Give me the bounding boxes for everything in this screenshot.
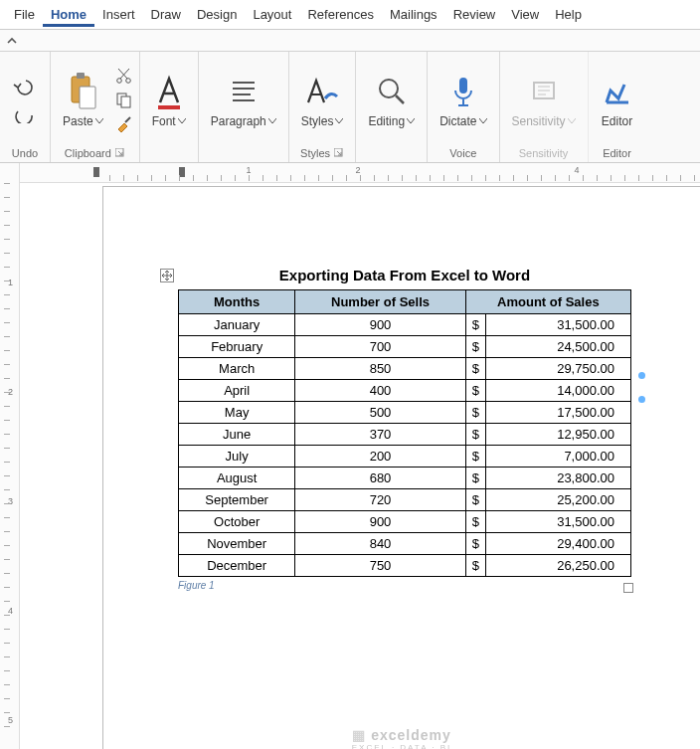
svg-point-3	[116, 79, 121, 84]
horizontal-ruler[interactable]: 124	[20, 163, 700, 183]
group-styles: Styles Styles	[289, 52, 357, 162]
vertical-ruler[interactable]: 12345	[0, 163, 20, 749]
table-row: February700$24,500.00	[179, 336, 631, 358]
menu-design[interactable]: Design	[189, 3, 245, 26]
ribbon: Undo Paste Clipboard Font	[0, 52, 700, 163]
chevron-down-icon	[268, 118, 276, 124]
cell-sells: 500	[295, 402, 465, 424]
cell-amount: 29,750.00	[485, 358, 630, 380]
svg-rect-8	[158, 105, 180, 109]
cell-month: March	[179, 358, 295, 380]
svg-rect-6	[121, 96, 130, 107]
paragraph-icon	[227, 73, 261, 112]
cell-sells: 680	[295, 468, 465, 489]
menu-review[interactable]: Review	[445, 3, 504, 26]
table-row: January900$31,500.00	[179, 314, 631, 336]
ribbon-collapse-bar[interactable]	[0, 30, 700, 52]
selection-handle[interactable]	[638, 396, 645, 403]
table-row: May500$17,500.00	[179, 402, 631, 424]
styles-icon	[303, 73, 341, 112]
editor-icon	[601, 73, 634, 112]
menu-layout[interactable]: Layout	[245, 3, 299, 26]
styles-button[interactable]: Styles	[295, 71, 350, 130]
copy-button[interactable]	[115, 92, 133, 109]
data-table: MonthsNumber of SellsAmount of Sales Jan…	[178, 289, 631, 577]
group-label-clipboard: Clipboard	[65, 147, 111, 159]
table-row: December750$26,250.00	[179, 555, 631, 577]
paste-button[interactable]: Paste	[57, 71, 109, 130]
menu-home[interactable]: Home	[43, 3, 94, 27]
menu-references[interactable]: References	[299, 3, 381, 26]
undo-button[interactable]	[6, 76, 44, 97]
group-label-editor: Editor	[603, 145, 631, 161]
chevron-down-icon	[178, 118, 186, 124]
move-handle-icon[interactable]	[160, 269, 174, 282]
group-paragraph: Paragraph	[199, 52, 289, 162]
clipboard-icon	[68, 73, 97, 112]
figure-caption: Figure 1	[178, 580, 631, 591]
cell-amount: 25,200.00	[485, 489, 630, 511]
table-row: August680$23,800.00	[179, 468, 631, 489]
table-row: November840$29,400.00	[179, 533, 631, 555]
embedded-object[interactable]: Exporting Data From Excel to Word Months…	[178, 267, 631, 591]
cell-currency: $	[465, 446, 485, 468]
chevron-down-icon	[95, 118, 103, 124]
cell-month: November	[179, 533, 295, 555]
menu-mailings[interactable]: Mailings	[382, 3, 445, 26]
group-sensitivity: Sensitivity Sensitivity	[500, 52, 589, 162]
table-row: June370$12,950.00	[179, 424, 631, 446]
font-icon	[152, 73, 186, 112]
cell-month: April	[179, 380, 295, 402]
group-font: Font	[140, 52, 199, 162]
cell-currency: $	[465, 511, 485, 533]
cell-month: December	[179, 555, 295, 577]
dialog-launcher-icon[interactable]	[334, 148, 344, 158]
search-icon	[375, 73, 409, 112]
menu-draw[interactable]: Draw	[143, 3, 189, 26]
menu-file[interactable]: File	[6, 3, 43, 26]
sensitivity-button: Sensitivity	[506, 71, 582, 130]
menu-bar: FileHomeInsertDrawDesignLayoutReferences…	[0, 0, 700, 30]
dialog-launcher-icon[interactable]	[115, 148, 125, 158]
cell-month: September	[179, 489, 295, 511]
cell-amount: 7,000.00	[485, 446, 630, 468]
table-row: October900$31,500.00	[179, 511, 631, 533]
cell-amount: 31,500.00	[485, 314, 630, 336]
resize-handle[interactable]	[623, 583, 633, 593]
group-label-sensitivity: Sensitivity	[519, 145, 569, 161]
menu-view[interactable]: View	[503, 3, 547, 26]
table-row: September720$25,200.00	[179, 489, 631, 511]
cell-currency: $	[465, 314, 485, 336]
table-row: March850$29,750.00	[179, 358, 631, 380]
cell-amount: 12,950.00	[485, 424, 630, 446]
cell-amount: 14,000.00	[485, 380, 630, 402]
cell-currency: $	[465, 468, 485, 489]
cell-sells: 370	[295, 424, 465, 446]
editor-button[interactable]: Editor	[595, 71, 640, 130]
cell-amount: 17,500.00	[485, 402, 630, 424]
column-header: Amount of Sales	[465, 290, 630, 314]
chevron-down-icon	[335, 118, 343, 124]
selection-handle[interactable]	[638, 372, 645, 379]
group-voice: Dictate Voice	[428, 52, 499, 162]
page[interactable]: Exporting Data From Excel to Word Months…	[103, 187, 700, 749]
format-painter-button[interactable]	[115, 115, 133, 133]
cut-button[interactable]	[115, 68, 133, 86]
cell-amount: 26,250.00	[485, 555, 630, 577]
cell-sells: 200	[295, 446, 465, 468]
paragraph-button[interactable]: Paragraph	[205, 71, 282, 130]
cell-currency: $	[465, 358, 485, 380]
cell-sells: 850	[295, 358, 465, 380]
cell-amount: 23,800.00	[485, 468, 630, 489]
menu-help[interactable]: Help	[547, 3, 590, 26]
menu-insert[interactable]: Insert	[94, 3, 143, 26]
cell-month: January	[179, 314, 295, 336]
chevron-down-icon	[479, 118, 487, 124]
font-button[interactable]: Font	[146, 71, 192, 130]
dictate-button[interactable]: Dictate	[434, 71, 492, 130]
watermark: ▦ exceldemy EXCEL · DATA · BI	[103, 727, 700, 749]
redo-button[interactable]	[6, 103, 44, 125]
cell-sells: 840	[295, 533, 465, 555]
editing-button[interactable]: Editing	[362, 71, 421, 130]
cell-currency: $	[465, 424, 485, 446]
